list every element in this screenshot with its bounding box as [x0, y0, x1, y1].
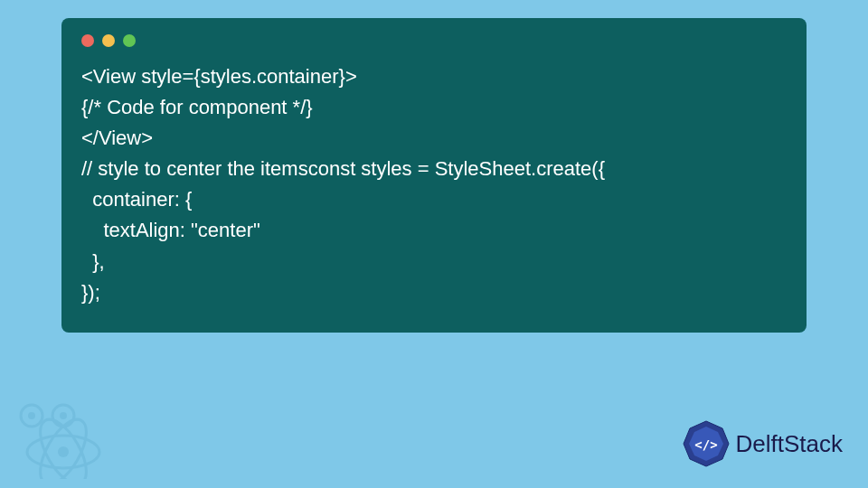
code-content: <View style={styles.container}> {/* Code…: [81, 61, 787, 308]
watermark-decoration: [9, 398, 136, 479]
code-line: <View style={styles.container}>: [81, 65, 357, 88]
brand-logo-icon: </>: [682, 419, 731, 468]
code-window: <View style={styles.container}> {/* Code…: [61, 18, 807, 333]
code-line: });: [81, 281, 100, 304]
svg-point-1: [28, 412, 35, 419]
code-line: textAlign: "center": [81, 219, 260, 241]
brand-name: DelftStack: [736, 430, 844, 458]
svg-point-3: [60, 412, 67, 419]
maximize-icon: [123, 34, 136, 47]
code-line: {/* Code for component */}: [81, 96, 313, 118]
svg-point-7: [58, 446, 69, 457]
code-line: </View>: [81, 127, 153, 149]
svg-text:</>: </>: [694, 437, 717, 452]
minimize-icon: [102, 34, 115, 47]
code-line: // style to center the itemsconst styles…: [81, 157, 605, 180]
window-controls: [81, 34, 787, 47]
code-line: container: {: [81, 188, 192, 211]
code-line: },: [81, 250, 105, 273]
brand-logo-container: </> DelftStack: [682, 419, 844, 468]
close-icon: [81, 34, 94, 47]
